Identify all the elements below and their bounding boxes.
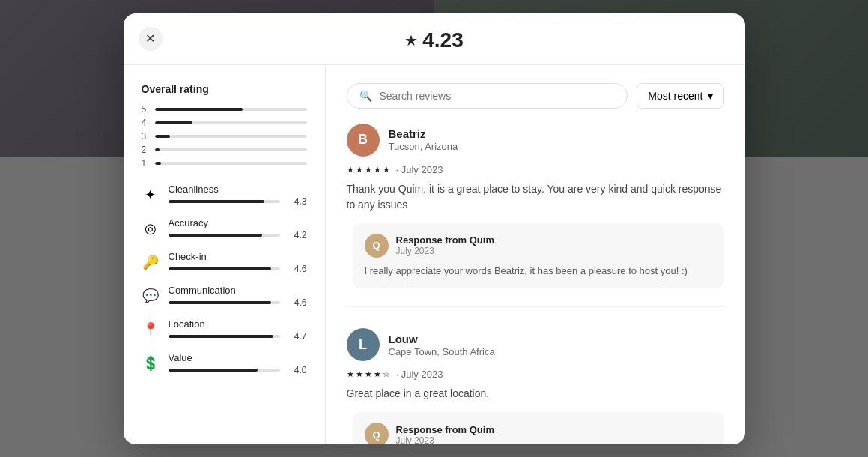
reviewer-name: Beatriz (389, 127, 724, 140)
star-filled-icon: ★ (365, 165, 372, 175)
modal-overlay: ✕ ★ 4.23 Overall rating 5 (0, 0, 868, 457)
category-score: 4.6 (286, 264, 307, 274)
ratings-panel: Overall rating 5 4 3 2 1 (124, 65, 326, 444)
review-date: · July 2023 (396, 369, 443, 380)
category-score: 4.7 (286, 331, 307, 342)
category-row: 💬 Communication 4.6 (142, 285, 307, 308)
category-row: 🔑 Check-in 4.6 (142, 251, 307, 274)
chevron-down-icon: ▾ (708, 90, 713, 102)
reviewer-info: Louw Cape Town, South Africa (389, 333, 724, 357)
category-info: Communication 4.6 (169, 285, 307, 308)
search-input[interactable] (380, 90, 616, 102)
backdrop: ✕ ★ 4.23 Overall rating 5 (0, 0, 868, 457)
category-name: Cleanliness (169, 184, 307, 195)
star-bar-track (155, 148, 307, 151)
star-bar-row: 3 (142, 131, 307, 142)
review-meta: ★★★★★ · July 2023 (347, 164, 724, 175)
reviewer-location: Tucson, Arizona (389, 141, 724, 152)
category-name: Value (169, 352, 307, 363)
category-icon: 🔑 (142, 253, 160, 271)
star-bar-row: 1 (142, 158, 307, 169)
modal-dialog: ✕ ★ 4.23 Overall rating 5 (124, 13, 745, 444)
host-name: Response from Quim (396, 234, 712, 246)
review-stars: ★★★★★ (347, 165, 390, 175)
star-filled-icon: ★ (374, 165, 381, 175)
star-bar-fill (155, 135, 170, 138)
search-bar[interactable]: 🔍 (347, 83, 628, 109)
close-button[interactable]: ✕ (139, 27, 163, 51)
category-score-row: 4.6 (169, 297, 307, 308)
star-bar-label: 2 (142, 145, 149, 155)
host-response-date: July 2023 (396, 435, 712, 444)
star-bar-row: 4 (142, 118, 307, 128)
star-filled-icon: ★ (356, 165, 363, 175)
category-score-row: 4.0 (169, 365, 307, 375)
category-row: 📍 Location 4.7 (142, 318, 307, 342)
category-name: Check-in (169, 251, 307, 262)
star-bar-track (155, 121, 307, 124)
overall-section: Overall rating 5 4 3 2 1 (142, 83, 307, 169)
category-score: 4.0 (286, 365, 307, 375)
category-score: 4.2 (286, 230, 307, 240)
avatar: B (347, 124, 380, 157)
review-stars: ★★★★ ☆ (347, 369, 390, 379)
category-bar-fill (169, 335, 273, 338)
star-bar-label: 3 (142, 131, 149, 142)
star-filled-icon: ★ (347, 369, 354, 379)
star-bar-track (155, 135, 307, 138)
star-filled-icon: ★ (347, 165, 354, 175)
category-info: Value 4.0 (169, 352, 307, 375)
star-bars: 5 4 3 2 1 (142, 104, 307, 169)
reviews-list: B Beatriz Tucson, Arizona ★★★★★ · July 2… (347, 124, 724, 444)
star-filled-icon: ★ (365, 369, 372, 379)
star-bar-label: 5 (142, 104, 149, 115)
host-response: Q Response from Quim July 2023 Was a ple… (353, 412, 724, 444)
category-ratings: ✦ Cleanliness 4.3 ◎ Accuracy 4.2 🔑 Check (142, 184, 307, 375)
category-bar-track (169, 200, 280, 203)
category-name: Location (169, 318, 307, 330)
category-bar-track (169, 234, 280, 237)
host-response-meta: Response from Quim July 2023 (396, 424, 712, 444)
reviews-panel: 🔍 Most recent ▾ B Beatriz Tucson, Ar (326, 65, 745, 444)
category-icon: 📍 (142, 321, 160, 339)
close-icon: ✕ (145, 31, 155, 46)
modal-header: ✕ ★ 4.23 (124, 13, 745, 65)
host-response-date: July 2023 (396, 246, 712, 256)
category-icon: 💬 (142, 287, 160, 305)
host-avatar: Q (365, 234, 389, 258)
reviewer-info: Beatriz Tucson, Arizona (389, 127, 724, 152)
star-filled-icon: ★ (383, 165, 390, 175)
reviewer-name: Louw (389, 333, 724, 345)
review-text: Thank you Quim, it is a great place to s… (347, 181, 724, 213)
star-bar-label: 4 (142, 118, 149, 128)
category-bar-fill (169, 234, 262, 237)
star-empty-icon: ☆ (383, 369, 390, 379)
category-row: ◎ Accuracy 4.2 (142, 217, 307, 240)
category-icon: ✦ (142, 186, 160, 204)
sort-dropdown[interactable]: Most recent ▾ (637, 83, 723, 109)
category-info: Location 4.7 (169, 318, 307, 342)
header-score: 4.23 (422, 28, 464, 52)
category-row: ✦ Cleanliness 4.3 (142, 184, 307, 207)
star-bar-row: 5 (142, 104, 307, 115)
category-name: Accuracy (169, 217, 307, 228)
star-bar-track (155, 162, 307, 165)
star-bar-fill (155, 121, 193, 124)
reviews-header: 🔍 Most recent ▾ (347, 83, 724, 109)
header-star-icon: ★ (404, 31, 418, 49)
category-info: Cleanliness 4.3 (169, 184, 307, 207)
category-icon: 💲 (142, 354, 160, 372)
review-item: L Louw Cape Town, South Africa ★★★★ ☆ · … (347, 328, 724, 444)
modal-body: Overall rating 5 4 3 2 1 (124, 65, 745, 444)
category-score: 4.6 (286, 297, 307, 308)
category-icon: ◎ (142, 220, 160, 237)
category-bar-fill (169, 369, 258, 372)
search-icon: 🔍 (359, 90, 372, 102)
star-bar-label: 1 (142, 158, 149, 169)
category-bar-fill (169, 267, 271, 270)
host-response-header: Q Response from Quim July 2023 (365, 234, 712, 258)
category-score-row: 4.6 (169, 264, 307, 274)
category-score-row: 4.7 (169, 331, 307, 342)
category-info: Accuracy 4.2 (169, 217, 307, 240)
category-score: 4.3 (286, 196, 307, 207)
